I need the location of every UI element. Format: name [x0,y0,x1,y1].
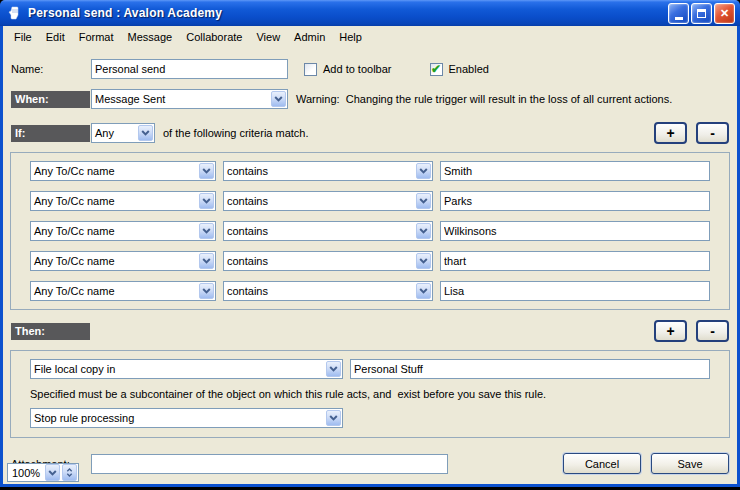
criteria-field-select[interactable]: Any To/Cc name [30,251,216,271]
action-value: File local copy in [31,363,325,375]
chevron-down-icon [416,193,431,209]
criteria-operator-select[interactable]: contains [223,161,433,181]
criteria-value-input[interactable] [440,281,710,301]
chevron-down-icon [199,223,214,239]
criteria-field-select[interactable]: Any To/Cc name [30,221,216,241]
add-action-button[interactable]: + [654,320,687,342]
action-note-text: Specified must be a subcontainer of the … [30,388,710,400]
statusbar: 100% [3,461,737,484]
criteria-row: Any To/Cc name contains [30,281,710,301]
criteria-row: Any To/Cc name contains [30,251,710,271]
add-to-toolbar-label: Add to toolbar [323,63,392,75]
chevron-down-icon [199,283,214,299]
criteria-row: Any To/Cc name contains [30,191,710,211]
menu-format[interactable]: Format [72,29,121,45]
criteria-value-input[interactable] [440,221,710,241]
menu-collaborate[interactable]: Collaborate [179,29,249,45]
action2-select[interactable]: Stop rule processing [30,408,343,428]
menubar: File Edit Format Message Collaborate Vie… [3,26,737,47]
check-icon: ✔ [431,63,441,75]
criteria-operator-select[interactable]: contains [223,281,433,301]
criteria-field-value: Any To/Cc name [31,285,198,297]
chevron-down-icon [416,283,431,299]
chevron-down-icon [138,125,153,141]
chevron-down-icon [199,163,214,179]
name-label: Name: [11,63,91,75]
criteria-field-value: Any To/Cc name [31,255,198,267]
criteria-field-value: Any To/Cc name [31,225,198,237]
actions-panel: File local copy in Specified must be a s… [10,350,730,438]
menu-view[interactable]: View [249,29,287,45]
maximize-button[interactable] [691,3,712,24]
zoom-value: 100% [12,467,44,479]
criteria-operator-value: contains [224,285,415,297]
menu-admin[interactable]: Admin [287,29,332,45]
chevron-up-icon [66,468,73,472]
action-row: Stop rule processing [30,408,710,428]
action-target-input[interactable] [350,359,710,379]
app-icon [7,5,23,21]
chevron-down-icon [326,361,341,377]
criteria-operator-select[interactable]: contains [223,191,433,211]
enabled-checkbox[interactable]: ✔ [430,63,443,76]
when-trigger-value: Message Sent [92,93,270,105]
criteria-field-value: Any To/Cc name [31,195,198,207]
criteria-value-input[interactable] [440,161,710,181]
chevron-down-icon [199,193,214,209]
zoom-dropdown-button[interactable] [45,464,60,481]
menu-edit[interactable]: Edit [39,29,72,45]
if-suffix-text: of the following criteria match. [163,127,309,139]
close-icon: ✕ [720,8,729,19]
remove-criteria-button[interactable]: - [696,122,729,144]
name-input[interactable] [91,59,288,79]
titlebar[interactable]: Personal send : Avalon Academy ✕ [0,0,740,26]
criteria-operator-select[interactable]: contains [223,251,433,271]
if-match-select[interactable]: Any [91,123,155,143]
when-trigger-select[interactable]: Message Sent [91,89,288,109]
menu-message[interactable]: Message [121,29,180,45]
action2-value: Stop rule processing [31,412,325,424]
criteria-operator-value: contains [224,255,415,267]
then-section-label: Then: [11,323,90,340]
when-warning-text: Warning: Changing the rule trigger will … [296,93,672,105]
if-section-label: If: [11,125,90,142]
criteria-row: Any To/Cc name contains [30,161,710,181]
zoom-control: 100% [7,463,79,482]
action-select[interactable]: File local copy in [30,359,343,379]
criteria-panel: Any To/Cc name contains Any To/Cc name [10,152,730,310]
criteria-value-input[interactable] [440,251,710,271]
menu-help[interactable]: Help [332,29,369,45]
chevron-down-icon [271,91,286,107]
if-match-value: Any [92,127,137,139]
criteria-field-select[interactable]: Any To/Cc name [30,281,216,301]
criteria-value-input[interactable] [440,191,710,211]
chevron-down-icon [199,253,214,269]
chevron-down-icon [416,163,431,179]
maximize-icon [697,9,706,18]
rule-editor-window: Personal send : Avalon Academy ✕ File Ed… [0,0,740,487]
criteria-field-select[interactable]: Any To/Cc name [30,191,216,211]
remove-action-button[interactable]: - [696,320,729,342]
criteria-field-value: Any To/Cc name [31,165,198,177]
criteria-operator-value: contains [224,195,415,207]
add-to-toolbar-checkbox[interactable] [304,63,317,76]
criteria-operator-select[interactable]: contains [223,221,433,241]
window-title: Personal send : Avalon Academy [28,6,668,20]
enabled-label: Enabled [449,63,489,75]
criteria-row: Any To/Cc name contains [30,221,710,241]
chevron-down-icon [66,473,73,477]
criteria-operator-value: contains [224,225,415,237]
criteria-operator-value: contains [224,165,415,177]
minimize-button[interactable] [668,3,689,24]
minimize-icon [675,17,683,20]
action-row: File local copy in [30,359,710,379]
close-button[interactable]: ✕ [714,3,735,24]
criteria-field-select[interactable]: Any To/Cc name [30,161,216,181]
chevron-down-icon [416,253,431,269]
chevron-down-icon [416,223,431,239]
menu-file[interactable]: File [7,29,39,45]
zoom-spinner[interactable] [62,464,77,481]
when-section-label: When: [11,91,90,108]
add-criteria-button[interactable]: + [654,122,687,144]
chevron-down-icon [326,410,341,426]
